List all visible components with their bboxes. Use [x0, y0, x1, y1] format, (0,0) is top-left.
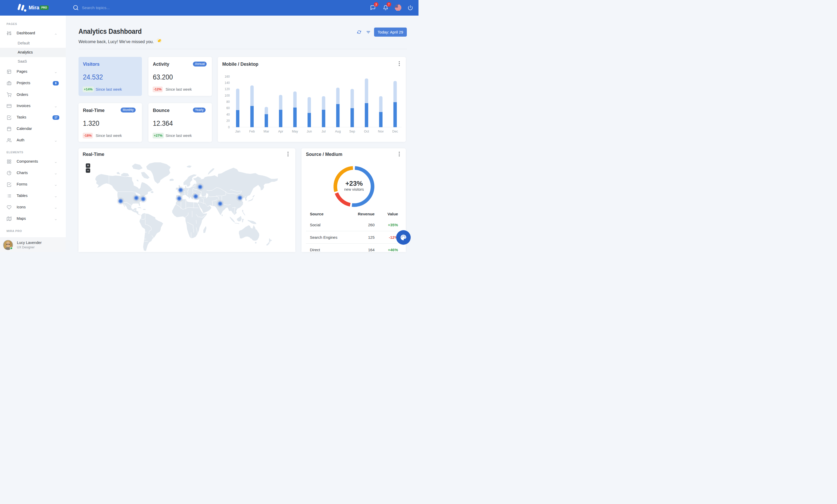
svg-text:Feb: Feb [249, 130, 255, 133]
svg-text:Nov: Nov [378, 130, 384, 133]
svg-text:Aug: Aug [335, 130, 341, 133]
svg-text:20: 20 [227, 119, 230, 123]
svg-text:160: 160 [225, 75, 230, 78]
svg-text:0: 0 [228, 126, 230, 129]
svg-text:Jul: Jul [322, 130, 326, 133]
svg-text:140: 140 [225, 81, 230, 85]
svg-text:Jun: Jun [307, 130, 312, 133]
svg-text:60: 60 [227, 106, 230, 110]
svg-text:Dec: Dec [392, 130, 398, 133]
svg-text:Oct: Oct [364, 130, 369, 133]
svg-text:May: May [292, 130, 298, 133]
svg-text:120: 120 [225, 87, 230, 91]
svg-text:100: 100 [225, 94, 230, 97]
svg-text:40: 40 [227, 113, 230, 116]
svg-text:Jan: Jan [235, 130, 240, 133]
svg-text:Apr: Apr [278, 130, 283, 133]
svg-text:80: 80 [227, 100, 230, 104]
svg-text:Sep: Sep [349, 130, 355, 133]
svg-text:Mar: Mar [264, 130, 269, 133]
